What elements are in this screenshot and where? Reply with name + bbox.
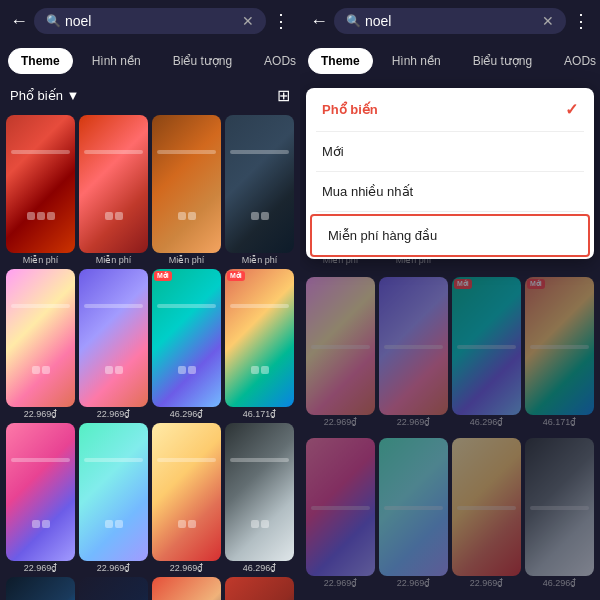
- search-input-left[interactable]: [65, 13, 242, 29]
- badge-new: Mới: [154, 271, 172, 281]
- tab-aods-right[interactable]: AODs: [551, 48, 600, 74]
- theme-item[interactable]: 22.969₫: [306, 277, 375, 435]
- theme-price: 22.969₫: [170, 563, 204, 573]
- theme-price: Miễn phí: [242, 255, 278, 265]
- right-panel: ← 🔍 ✕ ⋮ Theme Hình nền Biểu tượng AODs P…: [300, 0, 600, 600]
- theme-item[interactable]: 22.969₫: [152, 423, 221, 573]
- dropdown-item-new[interactable]: Mới: [306, 132, 594, 171]
- search-input-right[interactable]: [365, 13, 542, 29]
- tab-icons-left[interactable]: Biểu tượng: [160, 48, 245, 74]
- theme-price: 22.969₫: [470, 578, 504, 588]
- search-icon-right: 🔍: [346, 14, 361, 28]
- theme-price: 46.171₫: [543, 417, 577, 427]
- theme-price: 22.969₫: [97, 409, 131, 419]
- theme-price: 46.296₫: [543, 578, 577, 588]
- tab-aods-left[interactable]: AODs: [251, 48, 300, 74]
- filter-row-left: Phổ biến ▼ ⊞: [0, 80, 300, 111]
- theme-price: 22.969₫: [324, 578, 358, 588]
- theme-price: 46.296₫: [243, 563, 277, 573]
- tab-theme-right[interactable]: Theme: [308, 48, 373, 74]
- theme-item[interactable]: 22.969₫: [6, 423, 75, 573]
- theme-price: 22.969₫: [397, 578, 431, 588]
- theme-item[interactable]: 22.969₫: [79, 423, 148, 573]
- dropdown-item-popular[interactable]: Phổ biến ✓: [306, 88, 594, 131]
- tabs-left: Theme Hình nền Biểu tượng AODs: [0, 42, 300, 80]
- theme-item[interactable]: Mới 46.171₫: [525, 277, 594, 435]
- tab-theme-left[interactable]: Theme: [8, 48, 73, 74]
- dropdown-label: Miễn phí hàng đầu: [328, 228, 437, 243]
- theme-item[interactable]: 22.969₫: [6, 269, 75, 419]
- more-button-left[interactable]: ⋮: [272, 10, 290, 32]
- theme-price: 46.296₫: [170, 409, 204, 419]
- theme-item[interactable]: 22.969₫: [452, 438, 521, 596]
- search-icon-left: 🔍: [46, 14, 61, 28]
- badge-new: Mới: [454, 279, 472, 289]
- dropdown-item-free-top[interactable]: Miễn phí hàng đầu: [310, 214, 590, 257]
- search-input-wrap-right[interactable]: 🔍 ✕: [334, 8, 566, 34]
- theme-item[interactable]: Mới 46.296₫: [152, 269, 221, 419]
- theme-item[interactable]: Mới 46.171₫: [225, 269, 294, 419]
- divider: [316, 211, 584, 212]
- theme-item[interactable]: [225, 577, 294, 600]
- checkmark-icon: ✓: [565, 100, 578, 119]
- theme-price: 46.296₫: [470, 417, 504, 427]
- back-button-right[interactable]: ←: [310, 11, 328, 32]
- search-bar-left: ← 🔍 ✕ ⋮: [0, 0, 300, 42]
- theme-price: 22.969₫: [97, 563, 131, 573]
- theme-item[interactable]: [6, 577, 75, 600]
- theme-item[interactable]: 46.296₫: [225, 423, 294, 573]
- theme-item[interactable]: Miễn phí: [6, 115, 75, 265]
- theme-item[interactable]: 22.969₫: [379, 277, 448, 435]
- search-clear-left[interactable]: ✕: [242, 13, 254, 29]
- theme-price: Miễn phí: [169, 255, 205, 265]
- tabs-right: Theme Hình nền Biểu tượng AODs: [300, 42, 600, 80]
- theme-item[interactable]: 22.969₫: [306, 438, 375, 596]
- search-input-wrap-left[interactable]: 🔍 ✕: [34, 8, 266, 34]
- theme-item[interactable]: [152, 577, 221, 600]
- theme-item[interactable]: 46.296₫: [525, 438, 594, 596]
- theme-price: 46.171₫: [243, 409, 277, 419]
- filter-label-left[interactable]: Phổ biến ▼: [10, 88, 79, 103]
- theme-price: 22.969₫: [24, 409, 58, 419]
- filter-dropdown: Phổ biến ✓ Mới Mua nhiều nhất Miễn phí h…: [306, 88, 594, 259]
- theme-item[interactable]: Mới 46.296₫: [452, 277, 521, 435]
- theme-price: Miễn phí: [23, 255, 59, 265]
- theme-price: Miễn phí: [96, 255, 132, 265]
- theme-item[interactable]: Miễn phí: [79, 115, 148, 265]
- theme-item[interactable]: Miễn phí: [225, 115, 294, 265]
- theme-price: 22.969₫: [324, 417, 358, 427]
- dropdown-label: Mua nhiều nhất: [322, 184, 413, 199]
- theme-item[interactable]: [79, 577, 148, 600]
- search-clear-right[interactable]: ✕: [542, 13, 554, 29]
- more-button-right[interactable]: ⋮: [572, 10, 590, 32]
- badge-new: Mới: [227, 271, 245, 281]
- left-panel: ← 🔍 ✕ ⋮ Theme Hình nền Biểu tượng AODs P…: [0, 0, 300, 600]
- dropdown-label: Phổ biến: [322, 102, 378, 117]
- theme-price: 22.969₫: [24, 563, 58, 573]
- theme-item[interactable]: Miễn phí: [152, 115, 221, 265]
- theme-grid-left: Miễn phí Miễn phí Miễn phí Miễn phí 22.9…: [0, 111, 300, 600]
- tab-wallpaper-right[interactable]: Hình nền: [379, 48, 454, 74]
- theme-item[interactable]: 22.969₫: [379, 438, 448, 596]
- theme-price: 22.969₫: [397, 417, 431, 427]
- tab-wallpaper-left[interactable]: Hình nền: [79, 48, 154, 74]
- theme-item[interactable]: 22.969₫: [79, 269, 148, 419]
- grid-icon-left[interactable]: ⊞: [277, 86, 290, 105]
- dropdown-item-bestseller[interactable]: Mua nhiều nhất: [306, 172, 594, 211]
- search-bar-right: ← 🔍 ✕ ⋮: [300, 0, 600, 42]
- dropdown-label: Mới: [322, 144, 344, 159]
- back-button-left[interactable]: ←: [10, 11, 28, 32]
- badge-new: Mới: [527, 279, 545, 289]
- tab-icons-right[interactable]: Biểu tượng: [460, 48, 545, 74]
